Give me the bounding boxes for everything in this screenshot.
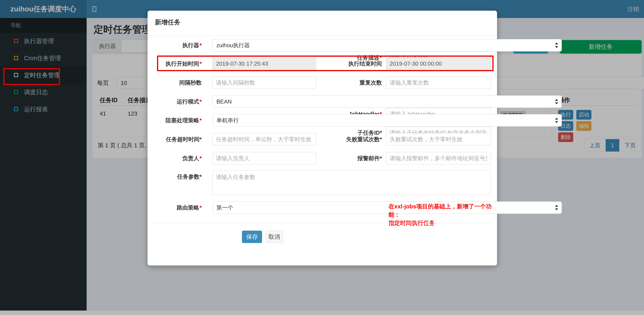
repeat-count-label: 重复次数 xyxy=(329,76,382,89)
form-row: 负责人* 报警邮件* xyxy=(148,152,497,164)
alarm-email-label: 报警邮件* xyxy=(329,152,382,164)
caret-up-icon xyxy=(555,118,558,120)
caret-up-icon xyxy=(555,99,558,101)
block-strategy-select[interactable]: 单机串行 xyxy=(212,114,562,127)
form-row: 运行模式* BEAN JobHandler* xyxy=(148,95,497,108)
save-button[interactable]: 保存 xyxy=(242,231,262,243)
annotation-box-dates xyxy=(157,56,494,71)
owner-label: 负责人* xyxy=(155,152,202,164)
caret-down-icon xyxy=(555,121,558,123)
feature-note: 在xxl-jobs项目的基础上，新增了一个功能： 指定时间执行任务 xyxy=(388,202,497,227)
run-mode-select[interactable]: BEAN xyxy=(212,95,562,108)
caret-up-icon xyxy=(555,43,558,45)
executor-label: 执行器* xyxy=(155,39,202,52)
task-params-textarea[interactable] xyxy=(212,170,491,195)
fail-retry-input[interactable] xyxy=(386,133,491,146)
form-row: 执行器* zuihou执行器 任务描述* xyxy=(148,39,497,52)
form-row: 阻塞处理策略* 单机串行 子任务ID* xyxy=(148,114,497,127)
executor-select[interactable]: zuihou执行器 xyxy=(212,39,562,52)
alarm-email-input[interactable] xyxy=(386,152,491,164)
add-task-modal: 新增任务 执行器* zuihou执行器 任务描述* 执行开始时间* 执行结束时间… xyxy=(148,11,497,265)
caret-down-icon xyxy=(555,102,558,104)
form-row: 任务参数* xyxy=(148,170,497,195)
divider xyxy=(153,223,491,223)
modal-title: 新增任务 xyxy=(155,18,180,27)
form-row: 间隔秒数 重复次数 xyxy=(148,76,497,89)
task-params-label: 任务参数* xyxy=(155,170,202,183)
caret-down-icon xyxy=(555,46,558,48)
repeat-count-input[interactable] xyxy=(386,76,491,89)
interval-input[interactable] xyxy=(212,76,316,89)
annotation-box-sidebar xyxy=(3,68,60,85)
caret-up-icon xyxy=(555,205,558,207)
owner-input[interactable] xyxy=(212,152,316,164)
timeout-label: 任务超时时间* xyxy=(155,133,202,146)
route-strategy-select[interactable]: 第一个 xyxy=(212,201,562,214)
cancel-button[interactable]: 取消 xyxy=(265,231,283,243)
interval-label: 间隔秒数 xyxy=(155,76,202,89)
fail-retry-label: 失败重试次数* xyxy=(329,133,382,146)
caret-down-icon xyxy=(555,208,558,210)
divider xyxy=(148,36,497,36)
route-strategy-label: 路由策略* xyxy=(155,201,202,214)
block-strategy-label: 阻塞处理策略* xyxy=(155,114,202,127)
timeout-input[interactable] xyxy=(212,133,316,146)
run-mode-label: 运行模式* xyxy=(155,95,202,108)
form-row: 任务超时时间* 失败重试次数* xyxy=(148,133,497,146)
